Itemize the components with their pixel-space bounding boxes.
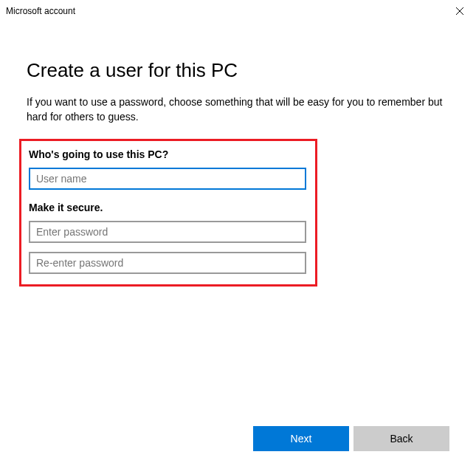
page-title: Create a user for this PC — [27, 59, 449, 82]
form-highlight-box: Who's going to use this PC? Make it secu… — [19, 139, 317, 287]
next-button[interactable]: Next — [253, 426, 349, 451]
back-button[interactable]: Back — [353, 426, 449, 451]
username-input[interactable] — [29, 168, 306, 190]
password-input[interactable] — [29, 221, 306, 243]
close-button[interactable] — [443, 0, 476, 22]
window-title: Microsoft account — [6, 6, 75, 16]
section-label-user: Who's going to use this PC? — [29, 148, 308, 160]
titlebar: Microsoft account — [0, 0, 476, 22]
content-area: Create a user for this PC If you want to… — [0, 22, 476, 287]
footer-buttons: Next Back — [253, 426, 449, 451]
confirm-password-input[interactable] — [29, 252, 306, 274]
close-icon — [456, 7, 463, 15]
section-label-secure: Make it secure. — [29, 202, 308, 213]
page-subtext: If you want to use a password, choose so… — [27, 95, 449, 124]
